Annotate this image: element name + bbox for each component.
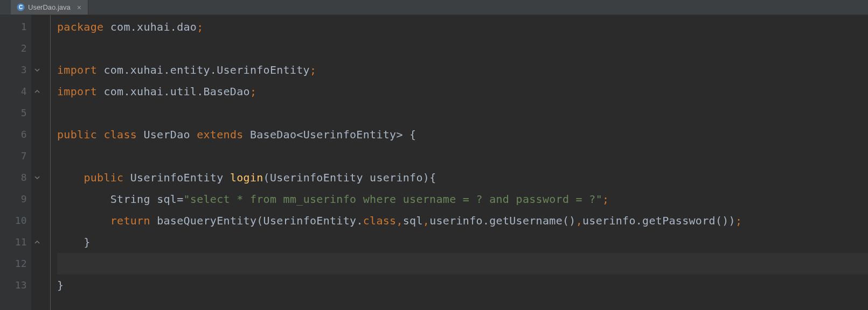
fold-column	[31, 15, 51, 310]
code-line[interactable]: }	[57, 274, 868, 296]
fold-toggle-icon[interactable]	[34, 231, 40, 253]
code-line[interactable]: package com.xuhai.dao;	[57, 16, 868, 38]
code-line[interactable]: import com.xuhai.entity.UserinfoEntity;	[57, 59, 868, 81]
line-number: 6	[0, 124, 27, 145]
svg-text:C: C	[18, 4, 22, 10]
tab-bar: C UserDao.java ×	[0, 0, 868, 15]
code-line[interactable]: String sql="select * from mm_userinfo wh…	[57, 188, 868, 210]
fold-toggle-icon[interactable]	[34, 81, 40, 102]
line-number: 10	[0, 210, 27, 231]
code-line[interactable]	[57, 38, 868, 59]
code-editor[interactable]: 1 2 3 4 5 6 7 8@ 9 10 11 12 13 package c…	[0, 15, 868, 310]
code-line[interactable]: public class UserDao extends BaseDao<Use…	[57, 124, 868, 145]
code-line[interactable]	[57, 145, 868, 167]
code-line[interactable]: import com.xuhai.util.BaseDao;	[57, 81, 868, 102]
line-number: 7	[0, 145, 27, 167]
line-number: 1	[0, 16, 27, 38]
line-number: 3	[0, 59, 27, 81]
line-number: 12	[0, 253, 27, 274]
code-line[interactable]: }	[57, 231, 868, 253]
code-line[interactable]: return baseQueryEntity(UserinfoEntity.cl…	[57, 210, 868, 231]
line-number-gutter: 1 2 3 4 5 6 7 8@ 9 10 11 12 13	[0, 15, 31, 310]
close-icon[interactable]: ×	[76, 3, 82, 12]
code-line[interactable]	[57, 253, 868, 274]
code-content[interactable]: package com.xuhai.dao; import com.xuhai.…	[51, 15, 868, 310]
line-number: 9	[0, 188, 27, 210]
line-number: 2	[0, 38, 27, 59]
line-number: 4	[0, 81, 27, 102]
fold-toggle-icon[interactable]	[34, 59, 40, 81]
fold-toggle-icon[interactable]	[34, 167, 40, 188]
line-number: 8@	[0, 167, 27, 188]
tab-userdao[interactable]: C UserDao.java ×	[11, 0, 88, 15]
line-number: 5	[0, 102, 27, 124]
line-number: 11	[0, 231, 27, 253]
code-line[interactable]	[57, 102, 868, 124]
code-line[interactable]: public UserinfoEntity login(UserinfoEnti…	[57, 167, 868, 188]
class-file-icon: C	[16, 3, 25, 12]
tab-filename: UserDao.java	[28, 3, 71, 11]
line-number: 13	[0, 274, 27, 296]
